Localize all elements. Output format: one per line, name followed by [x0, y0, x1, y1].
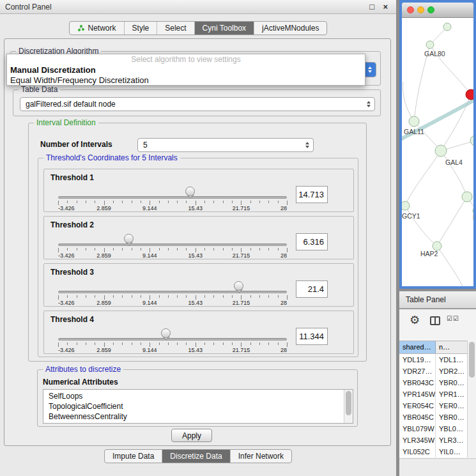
- network-edge[interactable]: [437, 246, 463, 286]
- network-node[interactable]: [402, 201, 410, 210]
- combobox-stepper-icon[interactable]: [364, 63, 376, 77]
- table-cell[interactable]: YIL0…: [436, 446, 467, 457]
- network-node[interactable]: [470, 135, 473, 146]
- close-traffic-light-icon[interactable]: [407, 6, 414, 13]
- tab-jactivemnodules[interactable]: jActiveMNodules: [254, 22, 326, 35]
- table-cell[interactable]: YDR27…: [399, 365, 436, 377]
- select-columns-checkbox-icons[interactable]: ☑☑: [447, 315, 459, 322]
- network-node[interactable]: [435, 145, 447, 157]
- table-cell[interactable]: YER054C: [399, 400, 436, 411]
- threshold-value-field[interactable]: [296, 233, 328, 250]
- threshold-slider[interactable]: -3.4262.8599.14415.4321.71528: [58, 325, 287, 353]
- slider-track[interactable]: [58, 338, 287, 341]
- attribute-item[interactable]: TopologicalCoefficient: [43, 401, 344, 411]
- table-cell[interactable]: YIL052C: [399, 446, 436, 457]
- table-cell[interactable]: YPR1…: [436, 388, 467, 400]
- tab-infer-network[interactable]: Infer Network: [230, 450, 291, 463]
- scrollbar-thumb[interactable]: [346, 391, 351, 415]
- table-cell[interactable]: YDR2…: [436, 365, 467, 377]
- network-edge[interactable]: [405, 151, 441, 206]
- slider-tick: [287, 248, 288, 252]
- tab-network[interactable]: Network: [70, 22, 124, 35]
- horizontal-scrollbar[interactable]: [399, 458, 476, 476]
- threshold-value-field[interactable]: [296, 280, 328, 298]
- dropdown-item-equal-width-frequency[interactable]: Equal Width/Frequency Discretization: [7, 75, 365, 86]
- slider-thumb[interactable]: [185, 187, 195, 196]
- table-cell[interactable]: YDL19…: [399, 354, 436, 365]
- table-cell[interactable]: YER0…: [436, 400, 467, 411]
- table-cell[interactable]: YBL079W: [399, 423, 436, 434]
- table-row[interactable]: YBL079WYBL0…: [399, 423, 467, 434]
- slider-thumb[interactable]: [234, 281, 243, 291]
- slider-tick: [259, 295, 260, 298]
- apply-button[interactable]: Apply: [171, 429, 212, 442]
- slider-tick-label: 21.715: [233, 252, 250, 259]
- table-cell[interactable]: YBL0…: [436, 423, 467, 434]
- slider-thumb[interactable]: [161, 328, 171, 338]
- number-of-intervals-combobox[interactable]: 5: [137, 138, 314, 152]
- network-edge[interactable]: [437, 197, 467, 246]
- numerical-attributes-list: SelfLoopsTopologicalCoefficientBetweenne…: [43, 391, 344, 422]
- table-row[interactable]: YPR145WYPR1…: [399, 388, 467, 400]
- scrollbar-thumb[interactable]: [469, 342, 475, 378]
- threshold-slider[interactable]: -3.4262.8599.14415.4321.71528: [58, 231, 287, 259]
- network-node[interactable]: [443, 23, 451, 31]
- numerical-attributes-listbox[interactable]: SelfLoopsTopologicalCoefficientBetweenne…: [43, 389, 353, 424]
- network-canvas[interactable]: GAL80GAL11GAL4GCY1HAP2H: [402, 18, 473, 286]
- threshold-value-field[interactable]: [296, 186, 328, 203]
- slider-track[interactable]: [58, 196, 287, 199]
- slider-track[interactable]: [58, 243, 287, 246]
- network-node[interactable]: [409, 116, 419, 127]
- table-cell[interactable]: YLR345W: [399, 434, 436, 446]
- table-row[interactable]: YER054CYER0…: [399, 400, 467, 411]
- table-cell[interactable]: YBR0…: [436, 377, 467, 388]
- slider-tick: [177, 201, 178, 203]
- list-scrollbar[interactable]: [344, 390, 353, 423]
- tab-select[interactable]: Select: [157, 22, 194, 35]
- table-row[interactable]: YDR27…YDR2…: [399, 365, 467, 377]
- table-row[interactable]: YLR345WYLR3…: [399, 434, 467, 446]
- table-cell[interactable]: YBR045C: [399, 411, 436, 423]
- table-cell[interactable]: YBR043C: [399, 377, 436, 388]
- table-row[interactable]: YBR043CYBR0…: [399, 377, 467, 388]
- network-node[interactable]: [462, 192, 472, 202]
- tab-discretize-data[interactable]: Discretize Data: [162, 450, 229, 463]
- column-header-name[interactable]: n…: [436, 341, 467, 353]
- table-cell[interactable]: YBR0…: [436, 411, 467, 423]
- table-data-combobox[interactable]: galFiltered.sif default node: [20, 97, 375, 111]
- attribute-item[interactable]: SelfLoops: [43, 391, 344, 401]
- network-edge[interactable]: [403, 82, 414, 121]
- network-window-titlebar[interactable]: [402, 3, 473, 18]
- slider-thumb[interactable]: [124, 234, 134, 243]
- network-edge[interactable]: [471, 50, 473, 95]
- close-window-icon[interactable]: ×: [383, 2, 388, 12]
- slider-tick: [204, 342, 205, 345]
- vertical-scrollbar[interactable]: [467, 341, 476, 457]
- column-header-shared-name[interactable]: shared…: [399, 341, 436, 353]
- table-cell[interactable]: YLR3…: [436, 434, 467, 446]
- table-panel-header[interactable]: Table Panel: [399, 291, 476, 309]
- table-cell[interactable]: YPR145W: [399, 388, 436, 400]
- network-node[interactable]: [433, 242, 441, 250]
- table-row[interactable]: YIL052CYIL0…: [399, 446, 467, 457]
- tab-cyni-toolbox[interactable]: Cyni Toolbox: [194, 22, 254, 35]
- network-node-selected[interactable]: [466, 89, 473, 100]
- network-edge[interactable]: [441, 151, 467, 197]
- slider-track[interactable]: [58, 291, 287, 293]
- threshold-slider[interactable]: -3.4262.8599.14415.4321.71528: [58, 183, 287, 211]
- dropdown-item-manual-discretization[interactable]: Manual Discretization: [7, 65, 365, 75]
- columns-layout-icon[interactable]: [430, 316, 440, 325]
- network-node[interactable]: [426, 41, 434, 49]
- minimize-traffic-light-icon[interactable]: [417, 6, 424, 13]
- settings-gear-icon[interactable]: ⚙: [410, 313, 420, 327]
- tab-impute-data[interactable]: Impute Data: [105, 450, 162, 463]
- threshold-value-field[interactable]: [296, 328, 328, 345]
- table-row[interactable]: YDL19…YDL1…: [399, 354, 467, 365]
- tab-style[interactable]: Style: [124, 22, 157, 35]
- table-row[interactable]: YBR045CYBR0…: [399, 411, 467, 423]
- zoom-traffic-light-icon[interactable]: [427, 6, 434, 13]
- float-window-icon[interactable]: □: [369, 2, 374, 12]
- threshold-slider[interactable]: -3.4262.8599.14415.4321.71528: [58, 278, 287, 306]
- attribute-item[interactable]: BetweennessCentrality: [43, 411, 344, 422]
- table-cell[interactable]: YDL1…: [436, 354, 467, 365]
